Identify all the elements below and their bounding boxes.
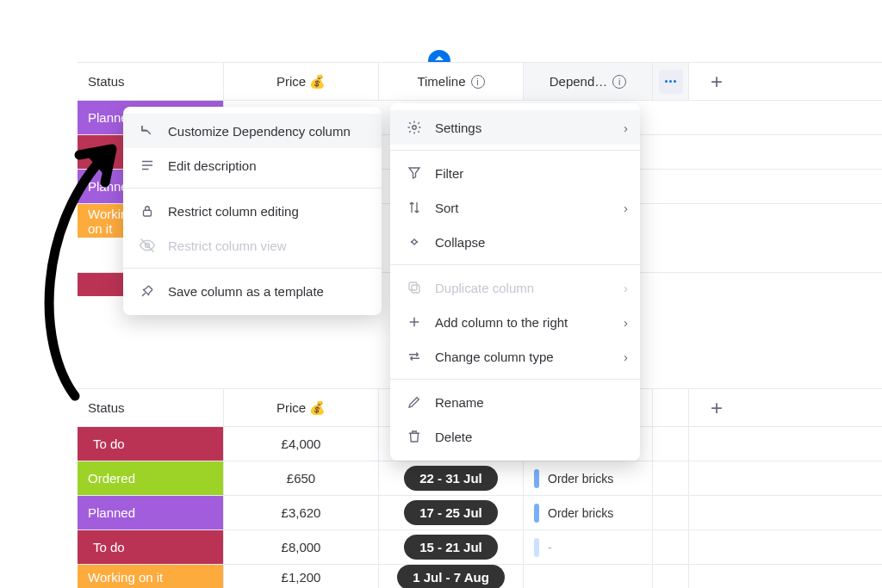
timeline-cell[interactable]: 1 Jul - 7 Aug bbox=[379, 565, 524, 588]
svg-point-6 bbox=[413, 126, 417, 130]
table-row[interactable]: To do £8,000 15 - 21 Jul - bbox=[78, 529, 882, 564]
status-cell[interactable] bbox=[78, 135, 129, 169]
chevron-right-icon: › bbox=[624, 315, 628, 330]
menu-delete[interactable]: Delete bbox=[390, 419, 640, 454]
menu-label: Rename bbox=[435, 395, 484, 410]
more-icon bbox=[659, 70, 683, 94]
svg-rect-8 bbox=[409, 282, 417, 290]
timeline-pill: 15 - 21 Jul bbox=[404, 535, 498, 560]
dependency-text: Order bricks bbox=[548, 506, 613, 520]
trash-icon bbox=[406, 428, 423, 445]
dependency-cell[interactable]: Order bricks bbox=[524, 461, 653, 495]
status-cell[interactable]: Working on it bbox=[78, 565, 224, 588]
col-header-status[interactable]: Status bbox=[78, 63, 224, 100]
collapse-icon bbox=[406, 233, 423, 251]
cell-spacer bbox=[689, 565, 744, 588]
dependency-cell[interactable] bbox=[524, 565, 653, 588]
price-cell[interactable]: £3,620 bbox=[224, 496, 379, 529]
add-column-button[interactable]: + bbox=[689, 389, 744, 426]
menu-label: Sort bbox=[435, 201, 459, 215]
timeline-cell[interactable]: 15 - 21 Jul bbox=[379, 530, 524, 564]
sort-icon bbox=[406, 199, 423, 216]
menu-filter[interactable]: Filter bbox=[390, 156, 640, 190]
col-spacer bbox=[653, 389, 689, 426]
menu-restrict-editing[interactable]: Restrict column editing bbox=[123, 194, 382, 228]
price-cell[interactable]: £8,000 bbox=[224, 530, 379, 564]
price-cell[interactable]: £650 bbox=[224, 461, 379, 495]
col-header-status[interactable]: Status bbox=[78, 389, 224, 426]
col-header-timeline[interactable]: Timelinei bbox=[379, 63, 524, 100]
lock-icon bbox=[139, 202, 156, 220]
column-menu: Settings › Filter Sort › Collapse Duplic… bbox=[390, 103, 640, 461]
menu-label: Save column as a template bbox=[168, 284, 324, 299]
col-header-price[interactable]: Price💰 bbox=[224, 389, 379, 426]
menu-label: Add column to the right bbox=[435, 315, 568, 330]
dependency-cell[interactable]: - bbox=[524, 530, 653, 564]
cell-spacer bbox=[653, 565, 689, 588]
menu-settings[interactable]: Settings › bbox=[390, 110, 640, 145]
add-column-button[interactable]: + bbox=[689, 63, 744, 100]
pencil-icon bbox=[406, 393, 423, 411]
table-row[interactable]: Working on it £1,200 1 Jul - 7 Aug bbox=[78, 564, 882, 588]
timeline-pill: 1 Jul - 7 Aug bbox=[397, 565, 505, 588]
menu-rename[interactable]: Rename bbox=[390, 385, 640, 419]
duplicate-icon bbox=[406, 279, 423, 296]
menu-customize-column[interactable]: Customize Dependency column bbox=[123, 114, 382, 148]
status-cell[interactable]: Planned bbox=[78, 170, 129, 203]
menu-add-column-right[interactable]: Add column to the right › bbox=[390, 305, 640, 339]
col-header-dependency[interactable]: Depend…i bbox=[524, 63, 653, 100]
menu-divider bbox=[390, 379, 640, 380]
timeline-cell[interactable]: 17 - 25 Jul bbox=[379, 496, 524, 529]
moneybag-icon: 💰 bbox=[309, 74, 326, 90]
menu-label: Change column type bbox=[435, 350, 554, 364]
cell-spacer bbox=[689, 427, 744, 461]
menu-label: Duplicate column bbox=[435, 281, 534, 295]
price-value: £4,000 bbox=[282, 436, 321, 451]
status-cell[interactable]: Working on it bbox=[78, 204, 129, 238]
menu-label: Settings bbox=[435, 121, 481, 135]
plus-icon bbox=[406, 313, 423, 331]
menu-sort[interactable]: Sort › bbox=[390, 190, 640, 225]
cell-spacer bbox=[689, 530, 744, 564]
menu-collapse[interactable]: Collapse bbox=[390, 225, 640, 259]
col-header-more[interactable] bbox=[653, 63, 689, 100]
price-cell[interactable]: £1,200 bbox=[224, 565, 379, 588]
menu-change-column-type[interactable]: Change column type › bbox=[390, 339, 640, 374]
info-icon[interactable]: i bbox=[612, 75, 626, 89]
col-header-status-label: Status bbox=[88, 400, 125, 415]
dependency-cell[interactable]: Order bricks bbox=[524, 496, 653, 529]
cell-spacer bbox=[653, 496, 689, 529]
status-pill: Planned bbox=[78, 496, 223, 529]
menu-duplicate-column: Duplicate column › bbox=[390, 270, 640, 305]
chevron-right-icon: › bbox=[624, 201, 628, 215]
status-pill: Planned bbox=[78, 170, 129, 203]
status-cell[interactable]: Planned bbox=[78, 496, 224, 529]
cell-spacer bbox=[689, 461, 744, 495]
col-header-price[interactable]: Price💰 bbox=[224, 63, 379, 100]
menu-save-template[interactable]: Save column as a template bbox=[123, 274, 382, 308]
table-row[interactable]: Planned £3,620 17 - 25 Jul Order bricks bbox=[78, 495, 882, 529]
price-cell[interactable]: £4,000 bbox=[224, 427, 379, 461]
status-pill: Working on it bbox=[78, 565, 223, 588]
status-pill bbox=[78, 273, 129, 296]
menu-divider bbox=[390, 150, 640, 151]
table-row[interactable]: Ordered £650 22 - 31 Jul Order bricks bbox=[78, 461, 882, 495]
description-icon bbox=[139, 157, 156, 174]
col-header-status-label: Status bbox=[88, 74, 125, 89]
status-cell[interactable]: Ordered bbox=[78, 461, 224, 495]
timeline-cell[interactable]: 22 - 31 Jul bbox=[379, 461, 524, 495]
plus-icon: + bbox=[711, 396, 723, 420]
price-value: £3,620 bbox=[282, 505, 321, 520]
menu-divider bbox=[390, 264, 640, 265]
menu-divider bbox=[123, 188, 382, 189]
status-cell[interactable]: To do bbox=[78, 530, 224, 564]
gear-icon bbox=[406, 119, 423, 136]
status-cell[interactable]: To do bbox=[78, 427, 224, 461]
status-cell[interactable] bbox=[78, 273, 129, 296]
menu-label: Restrict column editing bbox=[168, 204, 299, 219]
status-pill: Working on it bbox=[78, 204, 129, 238]
status-pill bbox=[78, 135, 129, 169]
info-icon[interactable]: i bbox=[471, 75, 485, 89]
column-header-row: Status Price💰 Timelinei Depend…i + bbox=[78, 62, 882, 100]
menu-edit-description[interactable]: Edit description bbox=[123, 148, 382, 183]
